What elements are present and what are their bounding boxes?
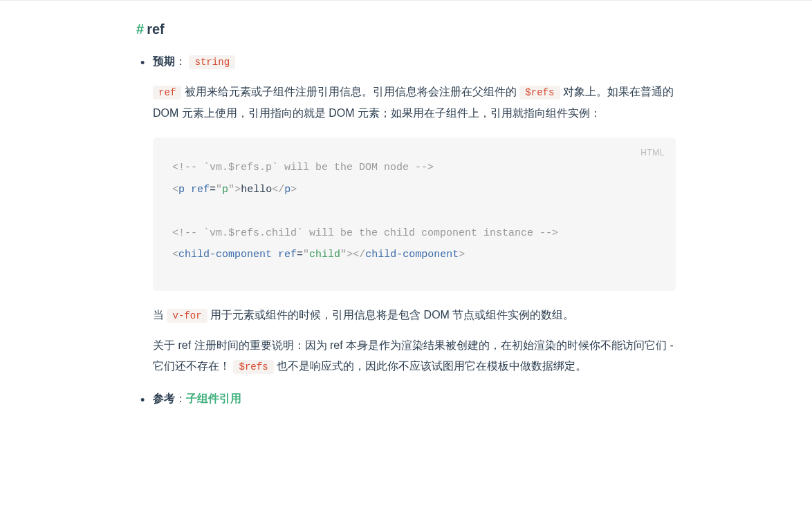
expect-label: 预期	[153, 55, 175, 67]
code-comment-2: <!-- `vm.$refs.child` will be the child …	[172, 227, 558, 239]
ref-description: ref 被用来给元素或子组件注册引用信息。引用信息将会注册在父组件的 $refs…	[153, 82, 676, 124]
section-heading[interactable]: #ref	[136, 21, 676, 37]
vfor-note: 当 v-for 用于元素或组件的时候，引用信息将是包含 DOM 节点或组件实例的…	[153, 305, 676, 325]
code-example: HTML <!-- `vm.$refs.p` will be the DOM n…	[153, 138, 676, 291]
heading-anchor[interactable]: #	[136, 21, 144, 37]
expect-type-code: string	[189, 55, 235, 69]
property-expect-item: 预期： string ref 被用来给元素或子组件注册引用信息。引用信息将会注册…	[136, 51, 676, 377]
code-refs: $refs	[519, 86, 560, 100]
reference-item: 参考：子组件引用	[136, 388, 676, 409]
code-ref: ref	[153, 86, 181, 100]
reference-label: 参考	[153, 392, 175, 404]
code-refs-2: $refs	[233, 360, 273, 374]
code-line-p: <p ref="p">hello</p>	[172, 179, 656, 201]
code-line-child: <child-component ref="child"></child-com…	[172, 244, 656, 266]
code-vfor: v-for	[167, 309, 207, 323]
reference-link[interactable]: 子组件引用	[186, 392, 241, 404]
code-lang-label: HTML	[640, 144, 665, 162]
code-blank-line	[172, 200, 656, 223]
timing-note: 关于 ref 注册时间的重要说明：因为 ref 本身是作为渲染结果被创建的，在初…	[153, 335, 676, 377]
heading-text: ref	[147, 21, 165, 37]
code-comment-1: <!-- `vm.$refs.p` will be the DOM node -…	[172, 162, 434, 173]
doc-content: #ref 预期： string ref 被用来给元素或子组件注册引用信息。引用信…	[109, 1, 703, 448]
